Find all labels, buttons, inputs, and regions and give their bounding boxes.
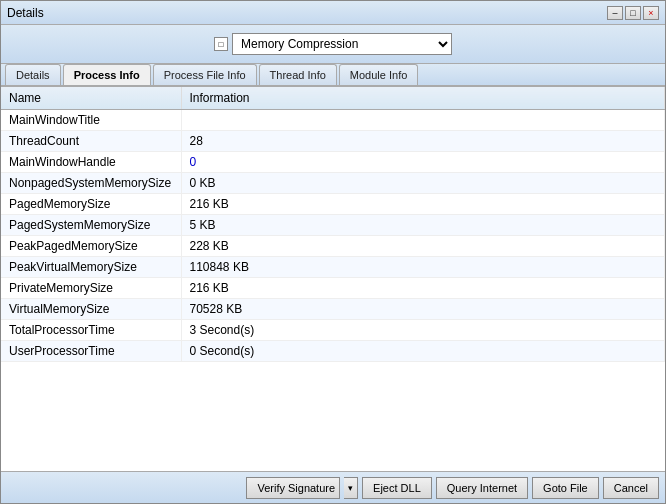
row-name: MainWindowHandle — [1, 152, 181, 173]
table-row: PagedMemorySize216 KB — [1, 194, 665, 215]
table-row: PrivateMemorySize216 KB — [1, 278, 665, 299]
table-row: NonpagedSystemMemorySize0 KB — [1, 173, 665, 194]
row-name: PagedMemorySize — [1, 194, 181, 215]
row-name: NonpagedSystemMemorySize — [1, 173, 181, 194]
row-value: 0 Second(s) — [181, 341, 665, 362]
row-value: 216 KB — [181, 194, 665, 215]
row-value: 3 Second(s) — [181, 320, 665, 341]
process-select[interactable]: Memory Compression — [232, 33, 452, 55]
table-row: MainWindowHandle0 — [1, 152, 665, 173]
footer-bar: Verify Signature ▾ Eject DLL Query Inter… — [1, 471, 665, 503]
row-name: PeakPagedMemorySize — [1, 236, 181, 257]
query-internet-button[interactable]: Query Internet — [436, 477, 528, 499]
tab-details[interactable]: Details — [5, 64, 61, 85]
row-value[interactable]: 0 — [181, 152, 665, 173]
process-dropdown: □ Memory Compression — [214, 33, 452, 55]
process-icon: □ — [214, 37, 228, 51]
info-table: Name Information MainWindowTitleThreadCo… — [1, 87, 665, 362]
row-value — [181, 110, 665, 131]
row-value: 5 KB — [181, 215, 665, 236]
cancel-button[interactable]: Cancel — [603, 477, 659, 499]
row-value: 70528 KB — [181, 299, 665, 320]
row-name: PrivateMemorySize — [1, 278, 181, 299]
close-button[interactable]: × — [643, 6, 659, 20]
tab-module-info[interactable]: Module Info — [339, 64, 418, 85]
col-header-name: Name — [1, 87, 181, 110]
verify-signature-dropdown[interactable]: ▾ — [344, 477, 358, 499]
process-selector-bar: □ Memory Compression — [1, 25, 665, 64]
main-window: Details – □ × □ Memory Compression Detai… — [0, 0, 666, 504]
row-value: 110848 KB — [181, 257, 665, 278]
row-value: 28 — [181, 131, 665, 152]
tab-thread-info[interactable]: Thread Info — [259, 64, 337, 85]
row-value: 216 KB — [181, 278, 665, 299]
table-row: PagedSystemMemorySize5 KB — [1, 215, 665, 236]
row-name: MainWindowTitle — [1, 110, 181, 131]
title-bar: Details – □ × — [1, 1, 665, 25]
tab-process-file-info[interactable]: Process File Info — [153, 64, 257, 85]
title-bar-buttons: – □ × — [607, 6, 659, 20]
table-row: PeakPagedMemorySize228 KB — [1, 236, 665, 257]
eject-dll-button[interactable]: Eject DLL — [362, 477, 432, 499]
table-row: MainWindowTitle — [1, 110, 665, 131]
table-row: VirtualMemorySize70528 KB — [1, 299, 665, 320]
tabs-bar: Details Process Info Process File Info T… — [1, 64, 665, 87]
content-area: Name Information MainWindowTitleThreadCo… — [1, 87, 665, 471]
row-name: PeakVirtualMemorySize — [1, 257, 181, 278]
row-value: 0 KB — [181, 173, 665, 194]
row-name: VirtualMemorySize — [1, 299, 181, 320]
table-row: ThreadCount28 — [1, 131, 665, 152]
goto-file-button[interactable]: Goto File — [532, 477, 599, 499]
minimize-button[interactable]: – — [607, 6, 623, 20]
row-value: 228 KB — [181, 236, 665, 257]
row-name: TotalProcessorTime — [1, 320, 181, 341]
row-name: ThreadCount — [1, 131, 181, 152]
table-row: TotalProcessorTime3 Second(s) — [1, 320, 665, 341]
col-header-info: Information — [181, 87, 665, 110]
verify-signature-button[interactable]: Verify Signature — [246, 477, 340, 499]
window-title: Details — [7, 6, 44, 20]
tab-process-info[interactable]: Process Info — [63, 64, 151, 87]
table-row: PeakVirtualMemorySize110848 KB — [1, 257, 665, 278]
row-name: PagedSystemMemorySize — [1, 215, 181, 236]
maximize-button[interactable]: □ — [625, 6, 641, 20]
table-row: UserProcessorTime0 Second(s) — [1, 341, 665, 362]
row-name: UserProcessorTime — [1, 341, 181, 362]
